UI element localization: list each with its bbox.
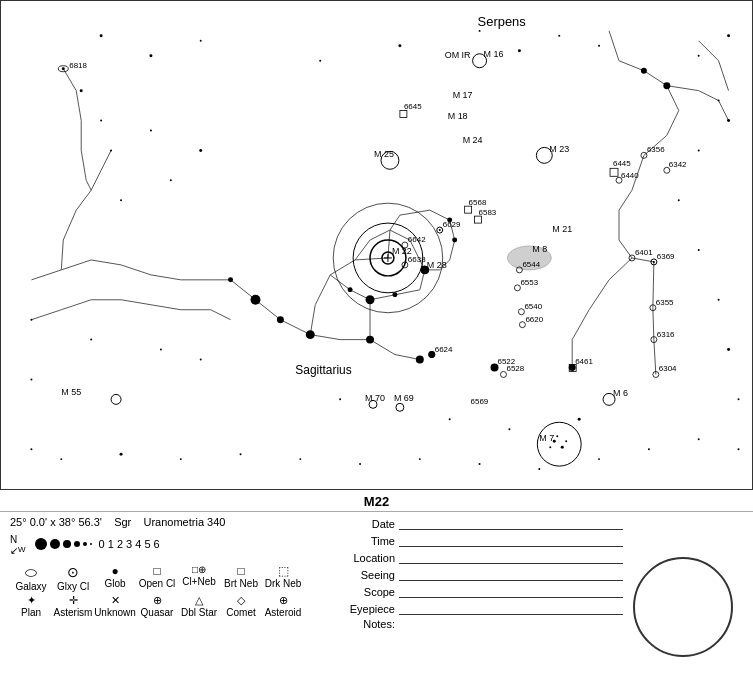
svg-point-62 xyxy=(339,398,341,400)
svg-point-77 xyxy=(561,446,564,449)
field-location: Location xyxy=(330,550,623,564)
svg-text:M 16: M 16 xyxy=(484,49,504,59)
coordinates: 25° 0.0' x 38° 56.3' xyxy=(10,516,102,528)
svg-point-55 xyxy=(60,458,62,460)
svg-text:6818: 6818 xyxy=(69,61,87,70)
svg-text:M 28: M 28 xyxy=(427,260,447,270)
legend-area: 25° 0.0' x 38° 56.3' Sgr Uranometria 340… xyxy=(0,511,753,695)
svg-text:6620: 6620 xyxy=(525,315,543,324)
svg-point-52 xyxy=(240,453,242,455)
svg-point-49 xyxy=(419,458,421,460)
scope-line xyxy=(399,584,623,598)
svg-text:6568: 6568 xyxy=(469,198,487,207)
svg-text:6528: 6528 xyxy=(506,364,524,373)
svg-text:M 23: M 23 xyxy=(549,144,569,154)
symbol-glxycl: ⊙ Glxy Cl xyxy=(52,564,94,592)
svg-point-80 xyxy=(549,446,551,448)
svg-text:M 70: M 70 xyxy=(365,393,385,403)
svg-text:6440: 6440 xyxy=(621,171,639,180)
svg-text:6642: 6642 xyxy=(408,235,426,244)
date-line xyxy=(399,516,623,530)
field-date: Date xyxy=(330,516,623,530)
svg-point-29 xyxy=(479,30,481,32)
svg-text:M 55: M 55 xyxy=(61,387,81,397)
svg-text:6638: 6638 xyxy=(408,255,426,264)
svg-point-30 xyxy=(518,49,521,52)
svg-point-33 xyxy=(698,55,700,57)
time-line xyxy=(399,533,623,547)
svg-point-21 xyxy=(392,292,397,297)
svg-text:M 24: M 24 xyxy=(463,135,483,145)
serpens-label: Serpens xyxy=(478,14,526,29)
field-time: Time xyxy=(330,533,623,547)
svg-text:6624: 6624 xyxy=(435,345,453,354)
mag-dot-3 xyxy=(74,541,80,547)
svg-point-8 xyxy=(306,330,315,339)
symbol-glob: ● Glob xyxy=(94,564,136,592)
svg-point-12 xyxy=(277,316,284,323)
svg-point-59 xyxy=(90,339,92,341)
svg-point-51 xyxy=(299,458,301,460)
svg-point-70 xyxy=(100,120,102,122)
svg-point-20 xyxy=(348,287,353,292)
svg-text:M 25: M 25 xyxy=(374,149,394,159)
chart-title: M22 xyxy=(364,494,389,509)
eyepiece-line xyxy=(399,601,623,615)
svg-point-67 xyxy=(170,179,172,181)
svg-point-44 xyxy=(698,438,700,440)
mag-dot-0 xyxy=(35,538,47,550)
svg-point-37 xyxy=(698,149,700,151)
symbol-drkneb: ⬚ Drk Neb xyxy=(262,564,304,592)
field-notes: Notes: xyxy=(330,618,623,630)
mag-dot-2 xyxy=(63,540,71,548)
svg-point-47 xyxy=(538,468,540,470)
svg-point-17 xyxy=(641,68,647,74)
svg-point-54 xyxy=(120,453,123,456)
svg-text:6355: 6355 xyxy=(656,298,674,307)
svg-point-61 xyxy=(200,359,202,361)
svg-point-42 xyxy=(738,398,740,400)
mag-dot-4 xyxy=(83,542,87,546)
svg-text:M 21: M 21 xyxy=(552,224,572,234)
svg-text:6445: 6445 xyxy=(613,159,631,168)
svg-text:6356: 6356 xyxy=(647,145,665,154)
svg-point-91 xyxy=(439,229,441,231)
star-chart: Serpens Sagittarius OM IR M 16 M 17 M 18… xyxy=(0,0,753,490)
svg-text:6304: 6304 xyxy=(659,364,677,373)
symbol-brtneb: □ Brt Neb xyxy=(220,564,262,592)
svg-point-27 xyxy=(319,60,321,62)
svg-point-34 xyxy=(727,34,730,37)
svg-point-7 xyxy=(251,295,261,305)
svg-text:6629: 6629 xyxy=(443,220,461,229)
magnitude-scale: N ↙W 0 1 2 3 4 5 6 xyxy=(10,532,320,556)
svg-point-35 xyxy=(718,100,720,102)
svg-point-46 xyxy=(598,458,600,460)
svg-text:M 8: M 8 xyxy=(532,244,547,254)
svg-point-18 xyxy=(663,82,670,89)
symbol-galaxy: ⬭ Galaxy xyxy=(10,564,52,592)
svg-point-25 xyxy=(149,54,152,57)
svg-point-73 xyxy=(62,67,65,70)
svg-point-65 xyxy=(578,418,581,421)
svg-point-93 xyxy=(653,261,655,263)
eyepiece-view-circle xyxy=(633,557,733,657)
field-seeing: Seeing xyxy=(330,567,623,581)
svg-point-50 xyxy=(359,463,361,465)
svg-text:M 69: M 69 xyxy=(394,393,414,403)
symbol-comet: ◇ Comet xyxy=(220,594,262,618)
coordinates-line: 25° 0.0' x 38° 56.3' Sgr Uranometria 340 xyxy=(10,516,320,528)
svg-point-32 xyxy=(598,45,600,47)
svg-point-38 xyxy=(678,199,680,201)
chart-caption: M22 xyxy=(0,490,753,511)
svg-text:6342: 6342 xyxy=(669,160,687,169)
om-ir-label: OM IR xyxy=(445,50,471,60)
atlas: Uranometria 340 xyxy=(144,516,226,528)
svg-text:6553: 6553 xyxy=(520,278,538,287)
svg-point-68 xyxy=(199,149,202,152)
svg-point-58 xyxy=(30,319,32,321)
constellation: Sgr xyxy=(114,516,131,528)
eyepiece-circle-area xyxy=(623,516,743,695)
mag-dot-1 xyxy=(50,539,60,549)
svg-point-64 xyxy=(508,428,510,430)
svg-text:6540: 6540 xyxy=(524,302,542,311)
